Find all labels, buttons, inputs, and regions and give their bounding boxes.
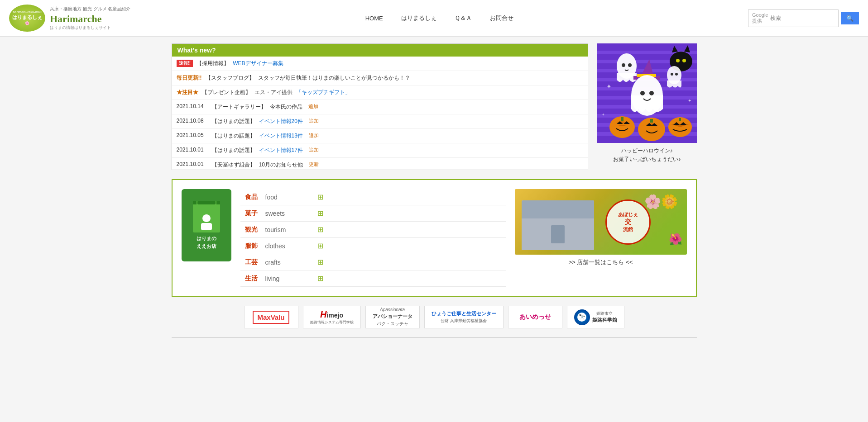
svg-text:✦: ✦ bbox=[606, 83, 612, 90]
svg-rect-39 bbox=[679, 118, 681, 121]
logo-tagline: はりまの情報はりまるしぇサイト bbox=[50, 25, 130, 31]
search-button[interactable]: 🔍 bbox=[841, 12, 859, 24]
news-link-2[interactable]: 「キッズプチギフト」 bbox=[296, 89, 350, 96]
whats-new-content[interactable]: 速報!! 【採用情報】 WEBデザイナー募集 毎日更新!! 【スタッフブログ】 … bbox=[172, 57, 588, 170]
news-item-6: 2021.10.01 【はりまの話題】 イベント情報17件 追加 bbox=[172, 143, 588, 158]
news-cat-1: 【スタッフブログ】 bbox=[206, 74, 254, 82]
header: harimaru-raku-mall はりまるしぇ 🌸 兵庫・播磨地方 観光 グ… bbox=[0, 0, 868, 37]
kagakukan-top-text: 姫路市立 bbox=[596, 311, 613, 317]
cat-icon-food[interactable]: ⊞ bbox=[317, 193, 323, 201]
news-item-7: 2021.10.01 【安冨ゆず組合】 10月のお知らせ他 更新 bbox=[172, 158, 588, 170]
news-item-1: 毎日更新!! 【スタッフブログ】 スタッフが毎日執筆！はりまの楽しいことが見つか… bbox=[172, 71, 588, 85]
news-text-1: スタッフが毎日執筆！はりまの楽しいことが見つかるかも！？ bbox=[258, 74, 410, 82]
google-label: Google 提供 bbox=[752, 12, 768, 24]
kagakukan-name: 姫路科学館 bbox=[592, 317, 617, 323]
logo-oval-text: harimaru-raku-mall はりまるしぇ 🌸 bbox=[12, 10, 42, 25]
category-row-living: 生活 living ⊞ bbox=[240, 270, 506, 287]
news-date-3: 2021.10.14 bbox=[177, 103, 208, 109]
banner-link[interactable]: >> 店舗一覧はこちら << bbox=[515, 258, 687, 266]
whats-new-box: What's new? 速報!! 【採用情報】 WEBデザイナー募集 毎日更新!… bbox=[172, 43, 588, 170]
cat-icon-clothes[interactable]: ⊞ bbox=[317, 242, 323, 250]
category-row-food: 食品 food ⊞ bbox=[240, 189, 506, 205]
cat-en-tourism: tourism bbox=[265, 226, 311, 233]
cat-en-crafts: crafts bbox=[265, 259, 311, 266]
news-link-0[interactable]: WEBデザイナー募集 bbox=[233, 60, 283, 67]
cat-jp-food: 食品 bbox=[245, 193, 259, 201]
search-input[interactable] bbox=[770, 15, 838, 21]
news-add-6: 追加 bbox=[309, 147, 319, 153]
cat-icon-tourism[interactable]: ⊞ bbox=[317, 225, 323, 234]
news-link-4[interactable]: イベント情報20件 bbox=[259, 118, 303, 125]
himejo-h: H bbox=[320, 309, 326, 319]
shop-logo: はりまの ええお店 bbox=[182, 189, 231, 261]
sponsor-aimesse[interactable]: あいめっせ bbox=[508, 306, 562, 328]
cat-en-clothes: clothes bbox=[265, 242, 311, 250]
logo-subtitle: 兵庫・播磨地方 観光 グルメ 名産品紹介 bbox=[50, 6, 130, 12]
sponsor-himejo[interactable]: Himejo 姫路情報システム専門学校 bbox=[303, 306, 361, 328]
sponsor-maxvalu[interactable]: MaxValu bbox=[244, 306, 298, 328]
nav-shop[interactable]: はりまるしぇ bbox=[401, 14, 436, 22]
cat-jp-living: 生活 bbox=[245, 275, 259, 283]
sponsor-hyogo[interactable]: ひょうご仕事と生活センター 公財 兵庫県勤労福祉協会 bbox=[424, 306, 504, 328]
kagakukan-logo: 🔭 bbox=[574, 309, 590, 325]
cat-icon-sweets[interactable]: ⊞ bbox=[317, 209, 323, 218]
banner-stamp: あぽじぇ 交 流館 bbox=[605, 199, 651, 245]
nav-qa[interactable]: Ｑ＆Ａ bbox=[455, 14, 472, 22]
news-cat-7: 【安冨ゆず組合】 bbox=[212, 161, 255, 169]
sponsor-apas[interactable]: Apassionata アパショーナータ パク・スッチャ bbox=[365, 306, 420, 328]
news-date-7: 2021.10.01 bbox=[177, 161, 208, 167]
news-cat-4: 【はりまの話題】 bbox=[212, 118, 255, 125]
sponsor-kagakukan[interactable]: 🔭 姫路市立 姫路科学館 bbox=[567, 306, 624, 328]
svg-point-25 bbox=[640, 91, 645, 95]
svg-point-18 bbox=[622, 63, 625, 67]
svg-rect-28 bbox=[621, 117, 623, 121]
news-cat-2: 【プレゼント企画】 bbox=[202, 89, 251, 96]
logo-text-area: 兵庫・播磨地方 観光 グルメ 名産品紹介 Harimarche はりまの情報はり… bbox=[50, 6, 130, 31]
svg-rect-24 bbox=[631, 95, 663, 109]
cat-jp-crafts: 工芸 bbox=[245, 258, 259, 266]
news-text-2: エス・アイ提供 bbox=[254, 89, 293, 96]
news-badge-urgent: 速報!! bbox=[177, 60, 193, 67]
halloween-box: ✦ ✦ ✦ ハッピーハロウイン♪ お菓子いっぱいちょうだい♪ bbox=[597, 43, 697, 170]
svg-point-19 bbox=[628, 63, 632, 67]
svg-point-26 bbox=[649, 91, 654, 95]
flower-decoration: 🌸🌼 bbox=[644, 194, 678, 209]
shop-logo-text: はりまの ええお店 bbox=[197, 235, 216, 250]
cat-jp-sweets: 菓子 bbox=[245, 209, 259, 218]
aimesse-label: あいめっせ bbox=[519, 313, 551, 321]
news-badge-attention: ★注目★ bbox=[177, 89, 198, 96]
news-date-4: 2021.10.08 bbox=[177, 118, 208, 124]
cat-en-sweets: sweets bbox=[265, 210, 311, 217]
cat-jp-tourism: 観光 bbox=[245, 226, 259, 234]
svg-rect-34 bbox=[650, 119, 653, 123]
category-row-tourism: 観光 tourism ⊞ bbox=[240, 222, 506, 238]
svg-point-15 bbox=[682, 59, 686, 62]
nav-home[interactable]: HOME bbox=[365, 15, 383, 22]
site-logo-oval[interactable]: harimaru-raku-mall はりまるしぇ 🌸 bbox=[9, 5, 45, 32]
news-add-7: 更新 bbox=[309, 161, 319, 168]
news-link-6[interactable]: イベント情報17件 bbox=[259, 147, 303, 154]
svg-point-14 bbox=[676, 59, 680, 62]
news-badge-daily: 毎日更新!! bbox=[177, 74, 202, 82]
news-cat-0: 【採用情報】 bbox=[197, 60, 229, 67]
news-link-5[interactable]: イベント情報13件 bbox=[259, 132, 303, 140]
news-item-4: 2021.10.08 【はりまの話題】 イベント情報20件 追加 bbox=[172, 114, 588, 129]
svg-point-46 bbox=[675, 73, 678, 76]
cat-en-living: living bbox=[265, 275, 311, 282]
apas-name: アパショーナータ bbox=[373, 313, 412, 320]
svg-point-45 bbox=[671, 73, 673, 76]
news-date-5: 2021.10.05 bbox=[177, 132, 208, 138]
news-date-6: 2021.10.01 bbox=[177, 147, 208, 153]
news-add-4: 追加 bbox=[309, 118, 319, 124]
news-add-3[interactable]: 追加 bbox=[308, 103, 318, 110]
cat-icon-living[interactable]: ⊞ bbox=[317, 274, 323, 283]
svg-text:✦: ✦ bbox=[602, 113, 605, 117]
himejo-subtitle: 姫路情報システム専門学校 bbox=[310, 320, 354, 325]
himejo-rest: imejo bbox=[326, 312, 343, 319]
news-item-0: 速報!! 【採用情報】 WEBデザイナー募集 bbox=[172, 57, 588, 71]
main-nav: HOME はりまるしぇ Ｑ＆Ａ お問合せ bbox=[365, 14, 513, 22]
footer-divider bbox=[172, 337, 697, 338]
shop-categories: 食品 food ⊞ 菓子 sweets ⊞ 観光 tourism ⊞ 服飾 cl… bbox=[240, 189, 506, 287]
cat-icon-crafts[interactable]: ⊞ bbox=[317, 258, 323, 266]
nav-contact[interactable]: お問合せ bbox=[490, 14, 513, 22]
